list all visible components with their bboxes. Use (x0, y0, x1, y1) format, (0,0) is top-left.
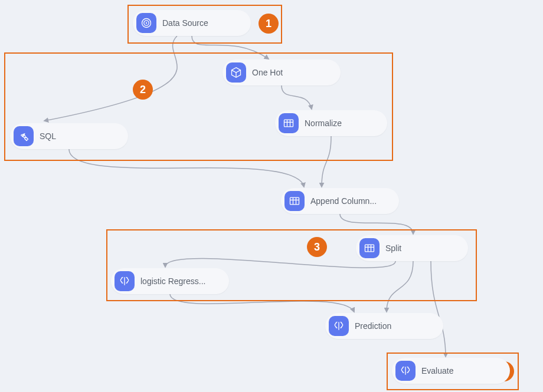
node-label: Normalize (305, 118, 342, 128)
group-3-badge: 3 (307, 237, 327, 257)
node-label: logistic Regress... (140, 276, 205, 286)
edge-normalize-append (322, 136, 331, 187)
edge-split-evaluate (431, 261, 446, 357)
edge-split-prediction (387, 261, 413, 312)
node-sql[interactable]: SQL (10, 123, 128, 149)
node-label: Prediction (355, 321, 391, 331)
connections-layer (0, 0, 543, 392)
workflow-canvas[interactable]: 1 2 3 4 Data Source One Hot SQL Normaliz… (0, 0, 543, 392)
node-label: Split (385, 243, 401, 253)
node-one-hot[interactable]: One Hot (223, 60, 341, 85)
group-1-badge: 1 (259, 14, 279, 34)
node-label: Data Source (162, 18, 208, 28)
edge-sql-append (69, 149, 304, 187)
edge-datasource-sql (44, 36, 177, 121)
node-prediction[interactable]: Prediction (325, 313, 443, 339)
node-label: SQL (40, 131, 56, 141)
svg-rect-3 (284, 120, 293, 127)
svg-rect-7 (290, 197, 299, 205)
svg-point-2 (146, 22, 148, 24)
brain-icon (395, 361, 416, 381)
edge-logistic-prediction (170, 294, 354, 312)
brain-icon (115, 271, 135, 291)
target-icon (136, 13, 156, 33)
table-icon (279, 113, 299, 133)
edge-append-split (340, 214, 413, 234)
svg-rect-11 (365, 245, 374, 252)
node-evaluate[interactable]: Evaluate (392, 358, 510, 384)
node-logistic-regression[interactable]: logistic Regress... (111, 268, 229, 294)
table-icon (284, 191, 305, 211)
cube-icon (226, 62, 246, 83)
edge-datasource-onehot (192, 36, 269, 59)
wrench-icon (14, 126, 34, 146)
table-icon (359, 238, 380, 258)
node-label: One Hot (252, 68, 283, 77)
node-label: Evaluate (421, 366, 453, 375)
edge-split-logistic (165, 258, 395, 268)
node-split[interactable]: Split (356, 235, 468, 261)
node-normalize[interactable]: Normalize (275, 110, 387, 136)
node-append-column[interactable]: Append Column... (281, 188, 399, 214)
node-label: Append Column... (310, 196, 377, 206)
edge-onehot-normalize (282, 85, 312, 109)
brain-icon (329, 316, 349, 336)
node-data-source[interactable]: Data Source (133, 10, 251, 36)
group-2-badge: 2 (133, 80, 153, 100)
